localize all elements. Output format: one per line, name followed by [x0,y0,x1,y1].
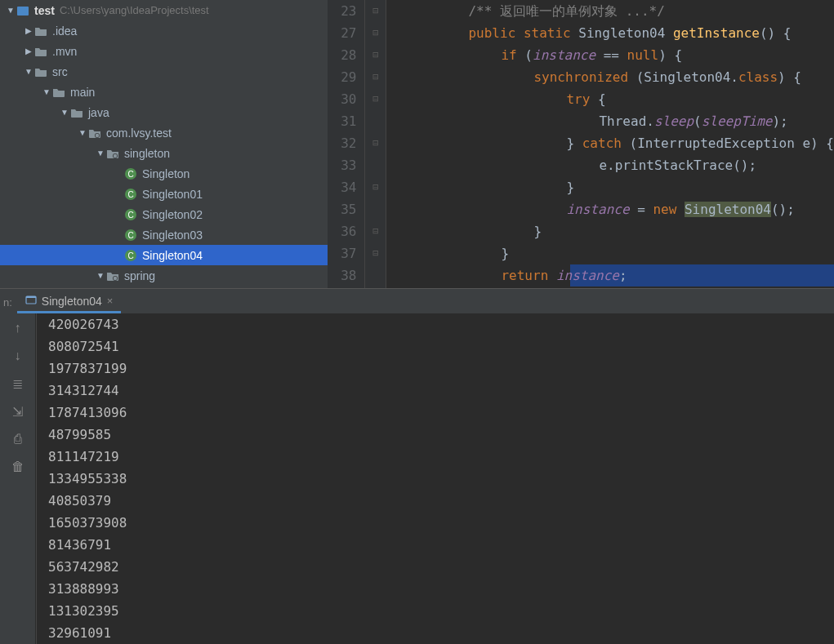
fold-mark[interactable]: ⊟ [365,0,386,22]
tree-item-label: .mvn [52,45,77,58]
console-tab-bar[interactable]: n: Singleton04 × [0,289,834,313]
code-line[interactable]: e.printStackTrace(); [403,154,834,176]
console-line: 808072541 [48,335,834,358]
code-line[interactable]: } [403,220,834,242]
chevron-down-icon[interactable]: ▼ [5,6,16,15]
console-output[interactable]: 4200267438080725411977837199314312744178… [36,313,834,644]
svg-point-2 [96,133,99,136]
code-line[interactable]: synchronized (Singleton04.class) { [403,66,834,88]
tree-item-label: Singleton04 [142,249,203,262]
print-icon[interactable]: ⎙ [8,429,28,449]
chevron-down-icon[interactable]: ▼ [95,271,106,280]
close-icon[interactable]: × [107,295,114,307]
line-number: 37 [336,242,356,264]
code-line[interactable]: } [403,242,834,264]
tree-item-singleton04[interactable]: CSingleton04 [0,245,328,265]
line-number: 23 [336,0,356,22]
svg-text:C: C [127,251,133,260]
project-tree[interactable]: ▼testC:\Users\yang\IdeaProjects\test▶.id… [0,0,328,288]
console-tab-label: Singleton04 [42,295,102,308]
fold-mark[interactable]: ⊟ [365,66,386,88]
line-number: 36 [336,220,356,242]
code-editor[interactable]: 23272829303132333435363738 ⊟⊟⊟⊟⊟⊟⊟⊟⊟ /**… [328,0,834,288]
tree-item-label: Singleton [142,167,190,180]
fold-mark[interactable]: ⊟ [365,220,386,242]
soft-wrap-icon[interactable]: ≣ [8,374,28,393]
fold-mark [365,110,386,132]
code-line[interactable]: /** 返回唯一的单例对象 ...*/ [403,0,834,22]
console-line: 1334955338 [48,468,834,490]
class-icon: C [124,208,137,221]
tree-item-singleton01[interactable]: CSingleton01 [0,184,328,204]
code-line[interactable]: } catch (InterruptedException e) { [403,132,834,154]
folder-icon [34,25,47,37]
clear-icon[interactable]: 🗑 [8,457,28,477]
folder-icon [70,107,83,118]
class-icon: C [124,249,137,262]
fold-mark[interactable]: ⊟ [365,242,386,264]
svg-text:C: C [127,170,133,179]
tree-item--idea[interactable]: ▶.idea [0,20,328,41]
line-number: 31 [336,110,356,132]
svg-text:C: C [127,211,133,220]
console-line: 314312744 [48,380,834,402]
console-tab-singleton04[interactable]: Singleton04 × [17,291,122,313]
folder-icon [34,46,47,57]
down-stack-icon[interactable]: ↓ [8,346,28,366]
fold-mark[interactable]: ⊟ [365,88,386,110]
fold-marks[interactable]: ⊟⊟⊟⊟⊟⊟⊟⊟⊟ [365,0,386,288]
console-line: 811147219 [48,446,834,468]
line-number: 27 [336,22,356,44]
chevron-down-icon[interactable]: ▼ [77,128,88,137]
package-icon [106,270,119,282]
tree-item-label: Singleton03 [142,229,203,242]
console-line: 48799585 [48,424,834,446]
package-icon [88,127,101,139]
tree-item-singleton02[interactable]: CSingleton02 [0,204,328,224]
tree-item-spring[interactable]: ▼spring [0,265,328,286]
code-line[interactable]: Thread.sleep(sleepTime); [403,110,834,132]
tree-item-label: src [52,65,68,78]
tree-item-singleton03[interactable]: CSingleton03 [0,224,328,245]
scroll-to-end-icon[interactable]: ⇲ [8,402,28,421]
tree-item-label: main [70,86,95,99]
fold-mark[interactable]: ⊟ [365,44,386,66]
chevron-down-icon[interactable]: ▼ [23,67,34,76]
code-line[interactable]: try { [403,88,834,110]
code-line[interactable]: if (instance == null) { [403,44,834,66]
code-line[interactable]: instance = new Singleton04(); [403,198,834,220]
tree-item--mvn[interactable]: ▶.mvn [0,41,328,61]
up-stack-icon[interactable]: ↑ [8,318,28,338]
svg-text:C: C [127,190,133,199]
console-line: 131302395 [48,600,834,622]
tree-item-singleton[interactable]: ▼singleton [0,143,328,163]
chevron-down-icon[interactable]: ▼ [41,87,52,96]
tree-item-com-lvsy-test[interactable]: ▼com.lvsy.test [0,122,328,143]
chevron-down-icon[interactable]: ▼ [59,108,70,117]
module-icon [16,5,29,16]
chevron-down-icon[interactable]: ▼ [95,149,106,158]
tree-item-java[interactable]: ▼java [0,102,328,122]
tree-item-main[interactable]: ▼main [0,82,328,102]
code-line[interactable]: } [403,176,834,198]
fold-mark[interactable]: ⊟ [365,22,386,44]
editor-code-area[interactable]: /** 返回唯一的单例对象 ...*/public static Singlet… [386,0,834,288]
tree-item-src[interactable]: ▼src [0,61,328,82]
fold-mark[interactable]: ⊟ [365,132,386,154]
fold-mark [365,264,386,286]
console-line: 1787413096 [48,402,834,424]
fold-mark[interactable]: ⊟ [365,176,386,198]
tree-item-label: Singleton02 [142,208,203,221]
fold-mark [365,198,386,220]
console-line: 563742982 [48,556,834,578]
tree-item-singleton[interactable]: CSingleton [0,163,328,184]
line-numbers: 23272829303132333435363738 [328,0,365,288]
console-line: 1977837199 [48,358,834,380]
chevron-right-icon[interactable]: ▶ [23,47,34,56]
folder-icon [34,66,47,78]
tree-item-test[interactable]: ▼testC:\Users\yang\IdeaProjects\test [0,0,328,20]
code-line[interactable]: public static Singleton04 getInstance() … [403,22,834,44]
line-number: 38 [336,264,356,286]
svg-point-16 [114,276,117,279]
chevron-right-icon[interactable]: ▶ [23,26,34,35]
